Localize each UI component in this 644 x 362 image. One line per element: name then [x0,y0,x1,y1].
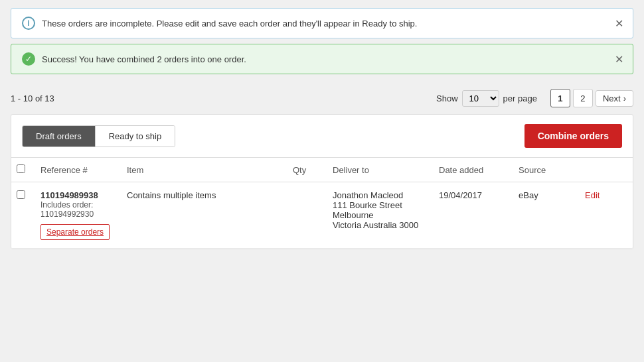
tab-draft-orders[interactable]: Draft orders [23,126,96,147]
tabs-row: Draft orders Ready to ship Combine order… [11,115,633,158]
info-alert-text: These orders are incomplete. Please edit… [42,19,417,29]
success-alert: ✓ Success! You have combined 2 orders in… [11,44,633,74]
check-icon: ✓ [22,52,35,66]
deliver-to-name: Jonathon Macleod [333,190,428,200]
table-header: Reference # Item Qty Deliver to Date add… [11,158,633,182]
row-action-cell: Edit [580,190,633,200]
header-checkbox-cell [11,164,35,175]
header-item: Item [121,165,287,175]
show-label: Show [436,93,458,103]
info-alert: i These orders are incomplete. Please ed… [11,8,633,38]
table-row: 110194989938 Includes order: 11019499293… [11,182,633,249]
chevron-right-icon: › [623,93,626,103]
next-page-button[interactable]: Next › [596,90,633,107]
row-source-cell: eBay [513,190,580,200]
pagination-bar: 1 - 10 of 13 Show 10 25 50 100 per page … [0,84,644,114]
header-date-added: Date added [434,165,513,175]
header-source: Source [513,165,580,175]
includes-ref-number: 110194992930 [40,210,94,219]
row-item-cell: Contains multiple items [121,190,287,200]
success-alert-close[interactable]: ✕ [615,53,623,66]
edit-order-link[interactable]: Edit [585,190,600,200]
row-checkbox[interactable] [17,190,25,199]
combine-orders-button[interactable]: Combine orders [524,124,622,148]
header-reference: Reference # [35,165,121,175]
tab-ready-to-ship[interactable]: Ready to ship [96,126,175,147]
info-alert-close[interactable]: ✕ [615,17,623,30]
main-panel: Draft orders Ready to ship Combine order… [11,114,633,249]
success-alert-text: Success! You have combined 2 orders into… [42,54,246,64]
row-reference-cell: 110194989938 Includes order: 11019499293… [35,190,121,240]
row-checkbox-cell [11,190,35,201]
order-reference-number: 110194989938 [40,190,116,200]
tab-group: Draft orders Ready to ship [22,125,175,147]
deliver-to-location: Victoria Australia 3000 [333,220,428,230]
row-deliver-to-cell: Jonathon Macleod 111 Bourke Street Melbo… [327,190,434,230]
page-2-button[interactable]: 2 [573,89,593,107]
page-navigation: 1 2 Next › [550,89,633,107]
separate-orders-link[interactable]: Separate orders [40,224,110,240]
header-deliver-to: Deliver to [327,165,434,175]
row-date-added-cell: 19/04/2017 [434,190,513,200]
per-page-label: per page [503,93,537,103]
per-page-select[interactable]: 10 25 50 100 [462,90,499,107]
info-icon: i [22,17,35,30]
pagination-info: 1 - 10 of 13 [11,93,54,103]
includes-order-label: Includes order: 110194992930 [40,200,116,219]
select-all-checkbox[interactable] [17,164,25,173]
header-qty: Qty [287,165,327,175]
deliver-to-address: 111 Bourke Street Melbourne [333,200,428,220]
page-1-button[interactable]: 1 [550,89,570,107]
